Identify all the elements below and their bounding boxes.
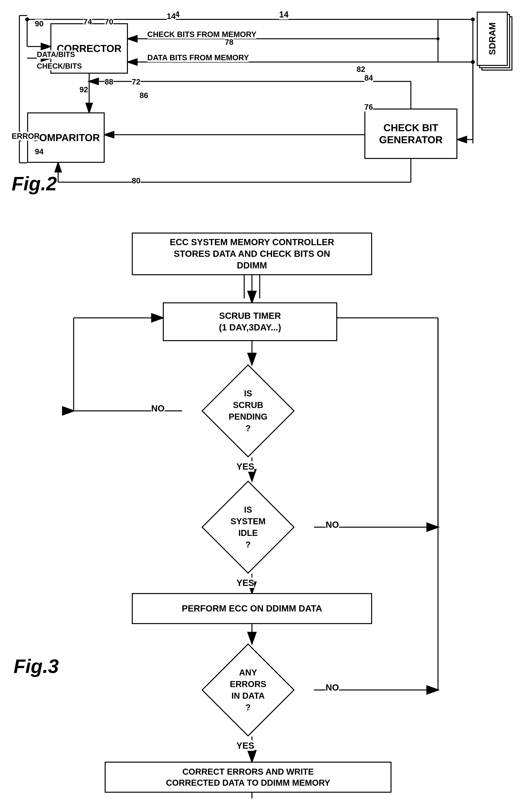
fc-box-perform-ecc: PERFORM ECC ON DDIMM DATA — [132, 593, 372, 624]
check-bits-input: CHECK/BITS — [37, 62, 82, 70]
fig2-label: Fig.2 — [12, 172, 57, 195]
svg-point-4 — [471, 17, 475, 21]
data-bits-input: DATA/BITS — [37, 50, 75, 59]
label-no3: NO — [326, 682, 339, 693]
error-label: ERROR — [12, 132, 39, 141]
ecc-system-text: ECC SYSTEM MEMORY CONTROLLER STORES DATA… — [170, 236, 334, 271]
fig2-area: SDRAM CORRECTOR COMPARITOR CHECK BIT GEN… — [12, 8, 515, 221]
sdram-box: SDRAM — [477, 12, 508, 66]
svg-point-14 — [437, 37, 440, 40]
ref72: 72 — [132, 77, 141, 86]
diamond-system-idle-wrapper: IS SYSTEM IDLE ? — [182, 481, 314, 574]
diamond-system-idle — [202, 481, 295, 574]
fig3-label: Fig.3 — [14, 655, 59, 677]
check-bits-from-memory: CHECK BITS FROM MEMORY — [147, 30, 256, 39]
ref84: 84 — [364, 74, 373, 82]
label-yes2: YES — [236, 577, 254, 588]
data-bits-from-memory: DATA BITS FROM MEMORY — [147, 53, 249, 62]
diamond-any-errors-wrapper: ANY ERRORS IN DATA ? — [182, 643, 314, 736]
ref80: 80 — [132, 177, 141, 185]
perform-ecc-text: PERFORM ECC ON DDIMM DATA — [182, 603, 322, 614]
fc-box-correct-errors: CORRECT ERRORS AND WRITE CORRECTED DATA … — [105, 762, 391, 793]
correct-errors-text: CORRECT ERRORS AND WRITE CORRECTED DATA … — [166, 766, 330, 788]
sdram-label: SDRAM — [487, 22, 497, 55]
fc-box-scrub-timer: SCRUB TIMER (1 DAY,3DAY...) — [163, 302, 337, 341]
ref94: 94 — [35, 147, 43, 156]
label-yes3: YES — [236, 740, 254, 751]
ref14-text: 14 — [167, 12, 176, 21]
diamond-scrub-pending — [202, 364, 295, 458]
diamond-any-errors — [202, 643, 295, 737]
fig3-area: ECC SYSTEM MEMORY CONTROLLER STORES DATA… — [12, 229, 515, 802]
fc-box-ecc-system: ECC SYSTEM MEMORY CONTROLLER STORES DATA… — [132, 233, 372, 275]
scrub-timer-text: SCRUB TIMER (1 DAY,3DAY...) — [219, 310, 281, 333]
ref70: 70 — [105, 17, 113, 26]
label-no1: NO — [151, 403, 165, 414]
ref90: 90 — [35, 19, 43, 28]
ref14: 14 — [279, 10, 289, 19]
ref76: 76 — [364, 103, 373, 111]
cbg-label: CHECK BIT GENERATOR — [379, 122, 442, 146]
svg-point-3 — [25, 17, 29, 21]
diagram-container: SDRAM CORRECTOR COMPARITOR CHECK BIT GEN… — [0, 0, 532, 808]
ref86: 86 — [140, 91, 148, 100]
ref92: 92 — [79, 85, 88, 94]
ref78: 78 — [225, 38, 234, 47]
label-yes1: YES — [236, 461, 254, 472]
comparitor-label: COMPARITOR — [32, 132, 100, 143]
ref88: 88 — [105, 77, 113, 86]
diamond-scrub-pending-wrapper: IS SCRUB PENDING ? — [182, 364, 314, 457]
cbg-box: CHECK BIT GENERATOR — [364, 109, 457, 159]
svg-point-11 — [471, 60, 475, 64]
ref-14-label: 14 — [167, 12, 176, 21]
ref74: 74 — [83, 17, 92, 26]
ref82: 82 — [356, 65, 365, 74]
label-no2: NO — [326, 519, 339, 530]
